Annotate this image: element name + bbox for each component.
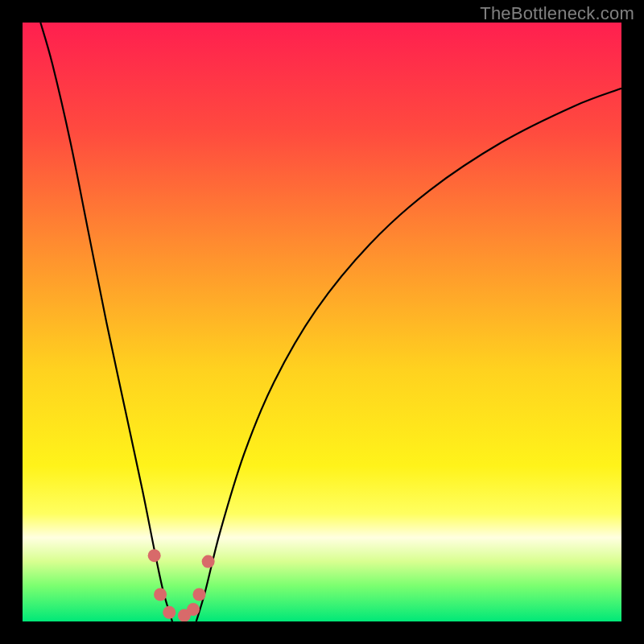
data-marker (202, 555, 215, 568)
chart-frame: TheBottleneck.com (0, 0, 644, 644)
data-marker (192, 588, 205, 601)
data-marker (187, 603, 200, 616)
watermark-text: TheBottleneck.com (480, 3, 634, 24)
chart-background (23, 23, 621, 621)
chart-svg (23, 23, 621, 621)
plot-area (23, 23, 621, 621)
data-marker (148, 549, 161, 562)
data-marker (163, 606, 175, 619)
data-marker (154, 588, 167, 601)
